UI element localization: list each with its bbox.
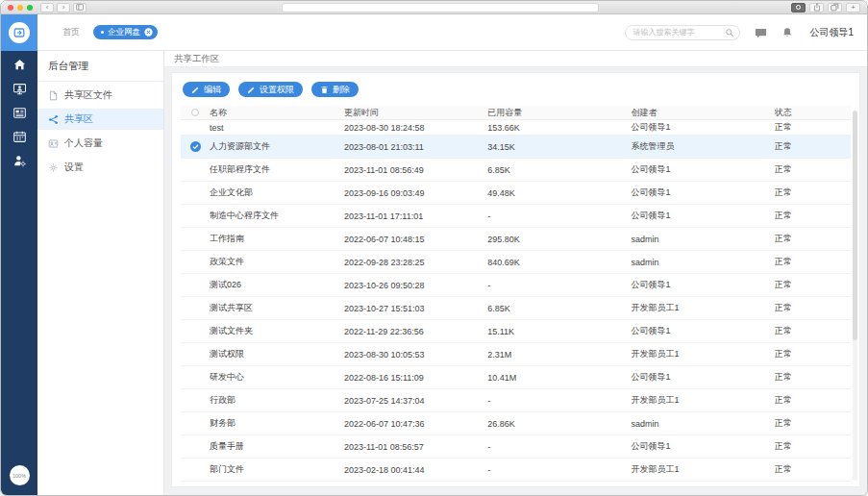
cell-name[interactable]: 质量手册 bbox=[210, 440, 344, 453]
privacy-report-icon[interactable] bbox=[791, 3, 806, 12]
app-logo[interactable] bbox=[1, 14, 37, 51]
table-row[interactable]: 测试文件夹 2022-11-29 22:36:56 15.11K 公司领导1 正… bbox=[181, 320, 851, 343]
delete-button[interactable]: 删除 bbox=[311, 82, 359, 97]
search-icon[interactable] bbox=[725, 28, 734, 37]
cell-used-capacity: 34.15K bbox=[487, 142, 631, 152]
table-row[interactable]: 测试权限 2023-08-30 10:05:53 2.31M 开发部员工1 正常 bbox=[181, 343, 851, 366]
app-logo-icon bbox=[9, 22, 30, 43]
cell-used-capacity: 26.86K bbox=[487, 419, 631, 429]
current-user-name[interactable]: 公司领导1 bbox=[809, 26, 854, 39]
minimize-window-button[interactable] bbox=[17, 5, 23, 11]
column-header-name[interactable]: 名称 bbox=[210, 107, 344, 119]
cell-status: 正常 bbox=[775, 210, 851, 222]
bell-icon[interactable] bbox=[781, 27, 793, 38]
cell-creator: 开发部员工1 bbox=[631, 394, 774, 407]
cell-status: 正常 bbox=[775, 394, 851, 407]
cell-name[interactable]: 测试共享区 bbox=[210, 302, 344, 314]
cell-updated-time: 2022-06-07 10:47:36 bbox=[344, 419, 487, 429]
table-row[interactable]: 政策文件 2022-09-28 23:28:25 840.69K sadmin … bbox=[181, 251, 851, 274]
cell-name[interactable]: 人力资源部文件 bbox=[210, 140, 344, 153]
cell-name[interactable]: 行政部 bbox=[210, 394, 344, 407]
meeting-icon[interactable] bbox=[12, 82, 27, 96]
tab-overview-icon[interactable] bbox=[828, 3, 842, 12]
table-row[interactable]: 测试共享区 2023-10-27 15:51:03 6.85K 开发部员工1 正… bbox=[181, 297, 851, 320]
table-row[interactable]: 行政部 2023-07-25 14:37:04 - 开发部员工1 正常 bbox=[181, 389, 851, 412]
toolbar: 编辑 设置权限 删除 bbox=[183, 82, 851, 97]
user-admin-icon[interactable] bbox=[12, 154, 27, 168]
set-permission-button[interactable]: 设置权限 bbox=[238, 82, 303, 97]
table-scrollbar-thumb[interactable] bbox=[853, 111, 857, 340]
row-selected-check-icon[interactable] bbox=[181, 141, 210, 152]
storage-usage-badge[interactable]: 100% bbox=[10, 465, 30, 485]
submenu-item-shared-zone[interactable]: 共享区 bbox=[37, 109, 163, 130]
new-tab-button[interactable]: + bbox=[846, 3, 860, 12]
select-all-radio[interactable] bbox=[191, 109, 199, 116]
zoom-window-button[interactable] bbox=[27, 5, 33, 11]
calendar-icon[interactable] bbox=[12, 130, 27, 144]
cell-name[interactable]: test bbox=[210, 123, 344, 133]
cell-name[interactable]: 政策文件 bbox=[210, 256, 344, 268]
workspace-tag-pill[interactable]: 企业网盘 bbox=[93, 25, 158, 39]
cell-name[interactable]: 工作指南 bbox=[210, 233, 344, 245]
edit-button[interactable]: 编辑 bbox=[183, 82, 230, 97]
submenu-item-settings[interactable]: 设置 bbox=[37, 157, 163, 178]
cell-creator: 公司领导1 bbox=[631, 371, 774, 384]
cell-name[interactable]: 部门文件 bbox=[210, 463, 344, 476]
cell-updated-time: 2022-09-28 23:28:25 bbox=[344, 258, 487, 267]
table-row[interactable]: 制造中心程序文件 2023-11-01 17:11:01 - 公司领导1 正常 bbox=[181, 205, 851, 228]
table-row[interactable]: 财务部 2022-06-07 10:47:36 26.86K sadmin 正常 bbox=[181, 412, 851, 435]
cell-updated-time: 2023-08-30 18:24:58 bbox=[344, 123, 487, 133]
submenu-item-shared-zone-files[interactable]: 共享区文件 bbox=[37, 85, 163, 106]
table-row[interactable]: 测试026 2023-10-26 09:50:28 - 公司领导1 正常 bbox=[181, 274, 851, 297]
cell-creator: 公司领导1 bbox=[631, 121, 774, 134]
table-row[interactable]: test 2023-08-30 18:24:58 153.66K 公司领导1 正… bbox=[181, 120, 851, 136]
cell-updated-time: 2023-07-25 14:37:04 bbox=[344, 396, 487, 406]
table-row[interactable]: 工作指南 2022-06-07 10:48:15 295.80K sadmin … bbox=[181, 228, 851, 251]
cell-name[interactable]: 测试权限 bbox=[210, 348, 344, 360]
table-header: 名称 更新时间 已用容量 创建者 状态 bbox=[181, 106, 851, 120]
cell-name[interactable]: 测试026 bbox=[210, 279, 344, 291]
column-header-size[interactable]: 已用容量 bbox=[487, 107, 631, 119]
admin-submenu: 后台管理 共享区文件 共享区 个人容量 设置 bbox=[37, 51, 164, 496]
table-row[interactable]: 质量手册 2023-11-01 08:56:57 - 公司领导1 正常 bbox=[181, 435, 851, 459]
table-row[interactable]: 人力资源部文件 2023-08-01 21:03:11 34.15K 系统管理员… bbox=[181, 136, 851, 159]
home-icon[interactable] bbox=[12, 58, 27, 72]
table-row[interactable]: 企业文化部 2023-09-16 09:03:49 49.48K 公司领导1 正… bbox=[181, 182, 851, 205]
column-header-updated[interactable]: 更新时间 bbox=[344, 107, 487, 119]
tag-dot-icon bbox=[101, 31, 104, 34]
tag-close-icon[interactable] bbox=[144, 28, 153, 37]
cell-name[interactable]: 财务部 bbox=[210, 417, 344, 430]
app-header: 首页 企业网盘 公司领导1 bbox=[1, 14, 867, 51]
table-scrollbar[interactable] bbox=[853, 111, 857, 481]
column-header-creator[interactable]: 创建者 bbox=[631, 107, 774, 119]
cell-creator: 开发部员工1 bbox=[631, 302, 774, 314]
cell-name[interactable]: 测试文件夹 bbox=[210, 325, 344, 337]
cell-status: 正常 bbox=[775, 163, 851, 176]
browser-forward-button[interactable]: › bbox=[57, 3, 70, 12]
share-page-icon[interactable] bbox=[809, 3, 824, 12]
sidebar-toggle-icon[interactable] bbox=[73, 3, 87, 12]
news-icon[interactable] bbox=[12, 106, 27, 120]
cell-name[interactable]: 研发中心 bbox=[210, 371, 344, 384]
browser-back-button[interactable]: ‹ bbox=[40, 3, 54, 12]
cell-updated-time: 2022-11-29 22:36:56 bbox=[344, 327, 487, 336]
submenu-item-personal-quota[interactable]: 个人容量 bbox=[37, 133, 163, 154]
cell-status: 正常 bbox=[775, 256, 851, 268]
close-window-button[interactable] bbox=[8, 5, 13, 11]
storage-icon bbox=[48, 138, 59, 149]
cell-name[interactable]: 制造中心程序文件 bbox=[210, 210, 344, 222]
cell-name[interactable]: 企业文化部 bbox=[210, 186, 344, 199]
cell-status: 正常 bbox=[775, 186, 851, 199]
search-box[interactable] bbox=[625, 25, 740, 40]
table-row[interactable]: 研发中心 2022-08-16 15:11:09 10.41M 公司领导1 正常 bbox=[181, 366, 851, 389]
table-row[interactable]: 部门文件 2023-02-18 00:41:44 - 开发部员工1 正常 bbox=[181, 459, 851, 482]
cell-status: 正常 bbox=[775, 417, 851, 430]
column-header-status[interactable]: 状态 bbox=[775, 107, 851, 119]
message-icon[interactable] bbox=[755, 27, 767, 38]
address-bar[interactable] bbox=[282, 3, 599, 12]
search-input[interactable] bbox=[632, 28, 725, 37]
cell-name[interactable]: 任职部程序文件 bbox=[210, 163, 344, 176]
table-row[interactable]: 任职部程序文件 2023-11-01 08:56:49 6.85K 公司领导1 … bbox=[181, 159, 851, 182]
breadcrumb-home[interactable]: 首页 bbox=[62, 26, 80, 38]
shared-workspace-table: 名称 更新时间 已用容量 创建者 状态 test 2023-08-30 18:2… bbox=[181, 106, 851, 482]
